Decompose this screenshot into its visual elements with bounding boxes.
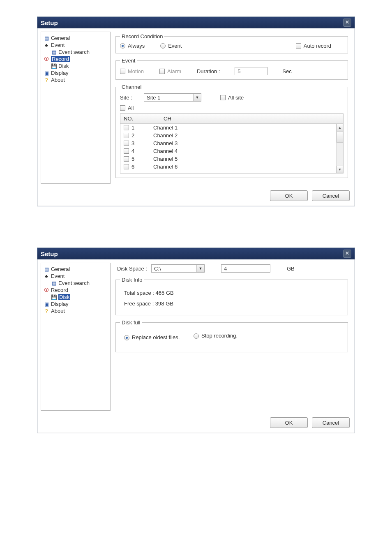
checkbox-icon	[124, 141, 129, 146]
sidebar-item-event-search[interactable]: ▤Event search	[50, 49, 108, 56]
drive-select[interactable]: C:\ ▼	[151, 264, 205, 273]
sidebar-item-about[interactable]: ?About	[43, 308, 108, 314]
sidebar-item-label: About	[51, 77, 65, 83]
cancel-button[interactable]: Cancel	[312, 190, 350, 201]
sidebar-item-general[interactable]: ▤General	[43, 266, 108, 273]
sidebar-item-label: Display	[51, 301, 69, 307]
all-check[interactable]: All	[120, 105, 134, 111]
disk-size-input[interactable]: 4	[221, 264, 270, 273]
disk-full-legend: Disk full	[120, 319, 142, 326]
table-row[interactable]: 5Channel 5	[120, 155, 343, 163]
stop-recording-radio[interactable]: Stop recording.	[194, 331, 238, 341]
sidebar-item-label: General	[51, 266, 70, 272]
disk-space-label: Disk Space :	[117, 266, 147, 272]
scroll-thumb[interactable]	[337, 131, 343, 166]
table-header: NO. CH	[120, 114, 343, 124]
disk-icon: 💾	[51, 63, 57, 69]
chevron-down-icon: ▼	[196, 265, 204, 272]
motion-check[interactable]: Motion	[120, 68, 144, 74]
ok-label: OK	[285, 193, 293, 199]
close-icon[interactable]: ✕	[343, 18, 351, 27]
sidebar-item-label: About	[51, 308, 65, 314]
checkbox-icon	[159, 69, 165, 74]
motion-label: Motion	[128, 68, 144, 74]
sidebar-item-event[interactable]: ♣Event	[43, 273, 108, 280]
sidebar-item-record[interactable]: ⦿Record	[43, 287, 108, 294]
table-row[interactable]: 2Channel 2	[120, 132, 343, 139]
free-space: Free space : 398 GB	[124, 298, 339, 309]
radio-icon	[124, 335, 129, 340]
event-radio[interactable]: Event	[160, 43, 182, 49]
row-ch: Channel 5	[153, 156, 340, 162]
sidebar-item-disk[interactable]: 💾Disk	[50, 294, 108, 301]
sidebar-item-display[interactable]: ▣Display	[43, 69, 108, 76]
replace-oldest-radio[interactable]: Replace oldest files.	[124, 332, 180, 343]
row-ch: Channel 6	[153, 164, 340, 170]
event-label: Event	[168, 43, 182, 49]
total-space: Total space : 465 GB	[124, 288, 339, 298]
duration-input[interactable]: 5	[235, 67, 267, 75]
disk-full-group: Disk full Replace oldest files. Stop rec…	[115, 319, 348, 352]
bell-icon: ♣	[44, 42, 49, 48]
sidebar-item-label: Disk	[58, 294, 70, 300]
sidebar-item-record[interactable]: ⦿Record	[43, 56, 108, 62]
col-no: NO.	[120, 114, 160, 123]
always-label: Always	[128, 43, 145, 49]
all-site-check[interactable]: All site	[220, 95, 244, 101]
scroll-up-icon[interactable]: ▲	[337, 124, 343, 131]
ok-button[interactable]: OK	[270, 190, 308, 201]
search-event-icon: ▤	[51, 280, 57, 286]
disk-info-legend: Disk Info	[120, 277, 144, 283]
sidebar-item-event-search[interactable]: ▤Event search	[50, 280, 108, 287]
sidebar: ▤General♣Event▤Event search⦿Record💾Disk▣…	[41, 263, 111, 411]
setup-dialog-record: Setup ✕ ▤General♣Event▤Event search⦿Reco…	[37, 16, 355, 206]
scrollbar[interactable]: ▲ ▼	[336, 124, 343, 173]
alarm-check[interactable]: Alarm	[159, 68, 181, 74]
auto-record-label: Auto record	[304, 43, 331, 49]
sidebar-item-label: General	[51, 35, 70, 41]
record-condition-group: Record Condition Always Event	[115, 33, 348, 53]
checkbox-icon	[124, 125, 129, 130]
title-bar: Setup ✕	[37, 17, 355, 28]
page-icon: ▤	[44, 266, 49, 272]
sidebar-item-label: Display	[51, 70, 69, 76]
sidebar-item-general[interactable]: ▤General	[43, 35, 108, 42]
row-ch: Channel 1	[153, 125, 340, 131]
site-select[interactable]: Site 1 ▼	[144, 93, 201, 102]
sidebar-item-label: Event search	[58, 49, 90, 55]
channel-table: NO. CH 1Channel 12Channel 23Channel 34Ch…	[120, 113, 344, 173]
sidebar-item-about[interactable]: ?About	[43, 76, 108, 83]
row-no: 6	[131, 164, 134, 170]
display-icon: ▣	[44, 301, 49, 307]
search-event-icon: ▤	[51, 49, 57, 55]
sidebar-item-event[interactable]: ♣Event	[43, 42, 108, 49]
sidebar-item-disk[interactable]: 💾Disk	[50, 62, 108, 69]
sidebar-item-label: Event	[51, 42, 65, 48]
dialog-title: Setup	[41, 250, 58, 257]
row-ch: Channel 4	[153, 148, 340, 154]
table-row[interactable]: 6Channel 6	[120, 163, 343, 171]
table-row[interactable]: 4Channel 4	[120, 147, 343, 155]
checkbox-icon	[124, 164, 129, 169]
event-group: Event Motion Alarm Duration :	[115, 58, 348, 80]
table-row[interactable]: 3Channel 3	[120, 139, 343, 147]
duration-unit: Sec	[282, 68, 291, 74]
row-ch: Channel 3	[153, 140, 340, 146]
sidebar-item-display[interactable]: ▣Display	[43, 301, 108, 308]
cancel-button[interactable]: Cancel	[312, 417, 350, 428]
close-icon[interactable]: ✕	[343, 250, 351, 258]
row-no: 5	[131, 156, 134, 162]
record-icon: ⦿	[44, 287, 49, 293]
table-row[interactable]: 1Channel 1	[120, 124, 343, 132]
disk-size-unit: GB	[287, 266, 295, 272]
row-no: 3	[131, 140, 134, 146]
scroll-down-icon[interactable]: ▼	[337, 166, 343, 173]
col-ch: CH	[160, 114, 343, 123]
checkbox-icon	[124, 133, 129, 138]
sidebar: ▤General♣Event▤Event search⦿Record💾Disk▣…	[41, 32, 111, 184]
auto-record-check[interactable]: Auto record	[296, 43, 331, 49]
ok-button[interactable]: OK	[270, 417, 308, 428]
always-radio[interactable]: Always	[120, 43, 145, 49]
record-icon: ⦿	[44, 56, 49, 62]
title-bar: Setup ✕	[37, 248, 355, 259]
